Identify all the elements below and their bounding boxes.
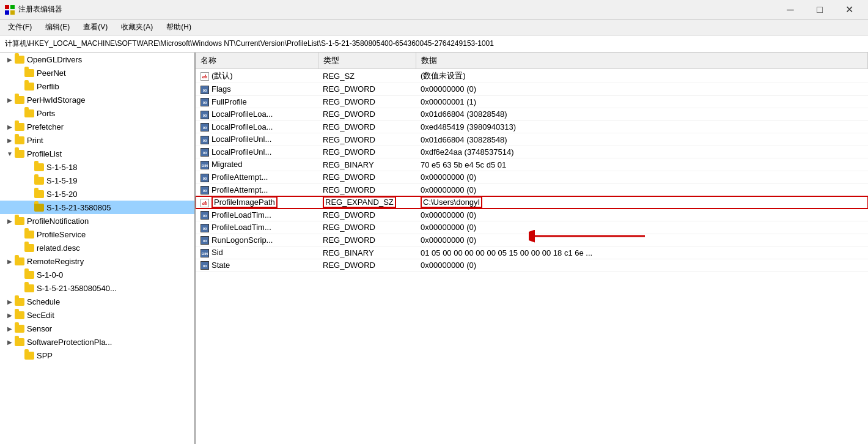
table-row[interactable]: 00ProfileLoadTim...REG_DWORD0x00000000 (… bbox=[196, 221, 868, 234]
tree-label-peernet: PeerNet bbox=[37, 68, 66, 78]
tree-label-ports: Ports bbox=[37, 109, 55, 118]
close-button[interactable]: ✕ bbox=[835, 2, 863, 17]
cell-name-localprofileunl2: 00LocalProfileUnl... bbox=[196, 146, 318, 158]
tree-item-related[interactable]: related.desc bbox=[0, 241, 194, 254]
cell-type-profileattempt1: REG_DWORD bbox=[318, 171, 416, 183]
expand-icon-perhwld: ▶ bbox=[5, 95, 15, 105]
column-data[interactable]: 数据 bbox=[416, 53, 868, 69]
expand-icon-perflib bbox=[15, 81, 24, 91]
tree-label-s1521: S-1-5-21-3580805 bbox=[46, 203, 111, 212]
cell-name-flags: 00Flags bbox=[196, 83, 318, 96]
menu-favorites[interactable]: 收藏夹(A) bbox=[116, 20, 158, 34]
menu-view[interactable]: 查看(V) bbox=[78, 20, 113, 34]
tree-item-peernet[interactable]: PeerNet bbox=[0, 66, 194, 80]
tree-item-s1520[interactable]: S-1-5-20 bbox=[0, 187, 194, 201]
tree-label-perflib: Perflib bbox=[37, 82, 59, 91]
table-row[interactable]: 00LocalProfileLoa...REG_DWORD0xed485419 … bbox=[196, 120, 868, 133]
title-bar: 注册表编辑器 ─ □ ✕ bbox=[0, 0, 868, 20]
tree-scroll-area: ▶ OpenGLDrivers PeerNet Perflib ▶ PerHwI bbox=[0, 53, 194, 362]
tree-pane[interactable]: ▶ OpenGLDrivers PeerNet Perflib ▶ PerHwI bbox=[0, 53, 196, 444]
expand-icon-s100 bbox=[15, 270, 24, 279]
menu-edit[interactable]: 编辑(E) bbox=[40, 20, 75, 34]
table-row[interactable]: 00ProfileAttempt...REG_DWORD0x00000000 (… bbox=[196, 171, 868, 183]
column-name[interactable]: 名称 bbox=[196, 53, 318, 69]
expand-icon-softwareprotection: ▶ bbox=[5, 337, 15, 347]
cell-type-sid: REG_BINARY bbox=[318, 246, 416, 259]
tree-label-remoteregistry: RemoteRegistry bbox=[27, 257, 84, 266]
tree-item-schedule[interactable]: ▶ Schedule bbox=[0, 295, 194, 308]
cell-type-localprofileunl2: REG_DWORD bbox=[318, 146, 416, 158]
tree-item-opengl[interactable]: ▶ OpenGLDrivers bbox=[0, 53, 194, 66]
folder-icon-s1521 bbox=[34, 204, 44, 212]
maximize-button[interactable]: □ bbox=[806, 2, 834, 17]
table-row[interactable]: 00ProfileAttempt...REG_DWORD0x00000000 (… bbox=[196, 183, 868, 196]
table-row[interactable]: 00LocalProfileUnl...REG_DWORD0xdf6e24aa … bbox=[196, 146, 868, 158]
cell-name-fullprofile: 00FullProfile bbox=[196, 95, 318, 108]
cell-name-profileattempt1: 00ProfileAttempt... bbox=[196, 171, 318, 183]
expand-icon-sensor: ▶ bbox=[5, 324, 15, 333]
cell-type-state: REG_DWORD bbox=[318, 259, 416, 272]
menu-file[interactable]: 文件(F) bbox=[2, 20, 37, 34]
cell-data-profileloadtim1: 0x00000000 (0) bbox=[416, 209, 868, 221]
tree-item-s1518[interactable]: S-1-5-18 bbox=[0, 160, 194, 174]
tree-item-secedit[interactable]: ▶ SecEdit bbox=[0, 308, 194, 322]
tree-label-spp: SPP bbox=[37, 351, 53, 360]
tree-item-print[interactable]: ▶ Print bbox=[0, 133, 194, 147]
tree-label-sensor: Sensor bbox=[27, 324, 52, 333]
table-row[interactable]: BINSidREG_BINARY01 05 00 00 00 00 00 05 … bbox=[196, 246, 868, 259]
tree-item-perhwld[interactable]: ▶ PerHwIdStorage bbox=[0, 93, 194, 106]
tree-item-spp[interactable]: SPP bbox=[0, 349, 194, 362]
menu-help[interactable]: 帮助(H) bbox=[161, 20, 197, 34]
table-row[interactable]: 00StateREG_DWORD0x00000000 (0) bbox=[196, 259, 868, 272]
expand-icon-spp bbox=[15, 350, 24, 360]
tree-item-ports[interactable]: Ports bbox=[0, 106, 194, 120]
cell-data-flags: 0x00000000 (0) bbox=[416, 83, 868, 96]
tree-label-perhwld: PerHwIdStorage bbox=[27, 95, 85, 105]
tree-item-softwareprotection[interactable]: ▶ SoftwareProtectionPla... bbox=[0, 335, 194, 349]
tree-item-sensor[interactable]: ▶ Sensor bbox=[0, 322, 194, 335]
table-row[interactable]: abProfileImagePathREG_EXPAND_SZC:\Users\… bbox=[196, 196, 868, 209]
folder-icon-spp bbox=[24, 352, 34, 360]
folder-icon-s1519 bbox=[34, 177, 44, 185]
cell-data-state: 0x00000000 (0) bbox=[416, 259, 868, 272]
cell-type-localprofileunl1: REG_DWORD bbox=[318, 133, 416, 146]
tree-label-opengl: OpenGLDrivers bbox=[27, 55, 82, 64]
tree-item-s1521long[interactable]: S-1-5-21-358080540... bbox=[0, 281, 194, 295]
tree-label-related: related.desc bbox=[37, 243, 80, 253]
folder-icon-peernet bbox=[24, 69, 34, 77]
table-row[interactable]: 00LocalProfileUnl...REG_DWORD0x01d66804 … bbox=[196, 133, 868, 146]
tree-item-profileservice[interactable]: ProfileService bbox=[0, 228, 194, 241]
expand-icon-remoteregistry: ▶ bbox=[5, 256, 15, 266]
tree-item-profilenotification[interactable]: ▶ ProfileNotification bbox=[0, 214, 194, 228]
cell-data-sid: 01 05 00 00 00 00 00 05 15 00 00 00 18 c… bbox=[416, 246, 868, 259]
table-row[interactable]: ab(默认)REG_SZ(数值未设置) bbox=[196, 69, 868, 83]
expand-icon-print: ▶ bbox=[5, 135, 15, 145]
tree-item-s1521[interactable]: S-1-5-21-3580805 bbox=[0, 201, 194, 214]
right-pane[interactable]: 名称 类型 数据 ab(默认)REG_SZ(数值未设置)00FlagsREG_D… bbox=[196, 53, 868, 444]
table-row[interactable]: BINMigratedREG_BINARY70 e5 63 5b e4 5c d… bbox=[196, 158, 868, 171]
minimize-button[interactable]: ─ bbox=[776, 2, 804, 17]
tree-label-prefetcher: Prefetcher bbox=[27, 122, 64, 131]
table-row[interactable]: 00ProfileLoadTim...REG_DWORD0x00000000 (… bbox=[196, 209, 868, 221]
expand-icon-profileservice bbox=[15, 229, 24, 239]
cell-type-fullprofile: REG_DWORD bbox=[318, 95, 416, 108]
table-row[interactable]: 00LocalProfileLoa...REG_DWORD0x01d66804 … bbox=[196, 108, 868, 121]
column-type[interactable]: 类型 bbox=[318, 53, 416, 69]
tree-item-s1519[interactable]: S-1-5-19 bbox=[0, 174, 194, 187]
tree-item-s100[interactable]: S-1-0-0 bbox=[0, 268, 194, 281]
table-row[interactable]: 00FlagsREG_DWORD0x00000000 (0) bbox=[196, 83, 868, 96]
registry-table: 名称 类型 数据 ab(默认)REG_SZ(数值未设置)00FlagsREG_D… bbox=[196, 53, 868, 272]
folder-icon-s1520 bbox=[34, 190, 44, 198]
cell-name-sid: BINSid bbox=[196, 246, 318, 259]
table-row[interactable]: 00FullProfileREG_DWORD0x00000001 (1) bbox=[196, 95, 868, 108]
tree-label-secedit: SecEdit bbox=[27, 311, 54, 320]
address-bar: 计算机\HKEY_LOCAL_MACHINE\SOFTWARE\Microsof… bbox=[0, 35, 868, 53]
title-controls: ─ □ ✕ bbox=[776, 2, 863, 17]
table-row[interactable]: 00RunLogonScrip...REG_DWORD0x00000000 (0… bbox=[196, 234, 868, 246]
tree-item-profilelist[interactable]: ▼ ProfileList bbox=[0, 147, 194, 160]
tree-item-prefetcher[interactable]: ▶ Prefetcher bbox=[0, 120, 194, 133]
tree-item-perflib[interactable]: Perflib bbox=[0, 80, 194, 93]
tree-item-remoteregistry[interactable]: ▶ RemoteRegistry bbox=[0, 254, 194, 268]
cell-data-profileattempt2: 0x00000000 (0) bbox=[416, 183, 868, 196]
folder-icon-s100 bbox=[24, 271, 34, 279]
